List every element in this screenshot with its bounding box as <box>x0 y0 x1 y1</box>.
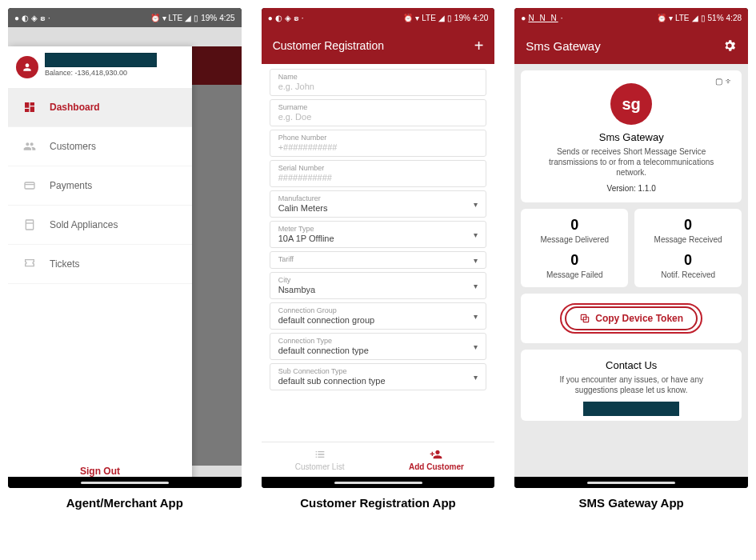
tab-customer-list[interactable]: Customer List <box>262 442 378 477</box>
stat-label: Notif. Received <box>642 270 734 279</box>
wifi-small-icon: ᯤ <box>726 77 734 86</box>
contact-title: Contact Us <box>530 359 732 371</box>
android-nav-bar[interactable] <box>514 477 748 488</box>
payments-icon <box>22 179 37 192</box>
lte-label: LTE <box>169 14 183 22</box>
dashboard-icon <box>22 101 37 114</box>
tariff-select[interactable]: Tariff ▾ <box>270 251 487 269</box>
android-nav-bar[interactable] <box>8 477 242 488</box>
connection-type-select[interactable]: Connection Type default connection type … <box>270 333 487 360</box>
chat-icon: ● <box>521 14 526 22</box>
field-label: Name <box>278 73 478 81</box>
battery-pct: 19% <box>454 14 470 22</box>
stat-received: 0 Message Received <box>642 217 734 244</box>
sidebar-item-dashboard[interactable]: Dashboard <box>8 88 192 127</box>
field-label: Surname <box>278 103 478 111</box>
contact-redacted <box>583 402 679 416</box>
name-field[interactable]: Name e.g. John <box>270 69 487 96</box>
meter-type-select[interactable]: Meter Type 10A 1P Offline ▾ <box>270 221 487 248</box>
signal-icon: ◢ <box>438 14 445 22</box>
chat-icon: ● <box>268 14 273 22</box>
chevron-down-icon: ▾ <box>474 373 478 382</box>
battery-pct: 51% <box>708 14 724 22</box>
person-icon <box>22 62 33 73</box>
n-icons: N N N <box>528 14 558 22</box>
stat-label: Message Delivered <box>529 235 620 244</box>
copy-highlight-ring: Copy Device Token <box>560 303 702 334</box>
manufacturer-select[interactable]: Manufacturer Calin Meters ▾ <box>270 190 487 218</box>
field-value: default connection group <box>278 315 478 325</box>
wifi-icon: ▾ <box>669 14 673 22</box>
field-placeholder: +########### <box>278 142 478 152</box>
caption-sms: SMS Gateway App <box>514 496 748 510</box>
bottom-tabs: Customer List Add Customer <box>262 442 495 477</box>
tab-label: Customer List <box>295 462 345 471</box>
tab-add-customer[interactable]: Add Customer <box>378 442 495 477</box>
caption-registration: Customer Registration App <box>262 496 495 510</box>
customers-icon <box>22 140 37 153</box>
chevron-down-icon: ▾ <box>474 230 478 239</box>
signout-button[interactable]: Sign Out <box>8 454 192 477</box>
field-label: Connection Group <box>278 306 478 314</box>
statusbar: ● ◐ ◈ ຣ · ⏰ ▾ LTE ◢ ▯ 19% 4:25 <box>8 8 242 27</box>
serial-field[interactable]: Serial Number ########### <box>270 160 487 187</box>
field-placeholder: ########### <box>278 173 478 182</box>
sidebar-item-label: Dashboard <box>50 102 100 113</box>
sync-icon: ◈ <box>31 14 38 22</box>
surname-field[interactable]: Surname e.g. Doe <box>270 99 487 126</box>
stat-value: 0 <box>529 252 620 269</box>
stat-value: 0 <box>529 217 620 234</box>
balance-label: Balance: -136,418,930.00 <box>45 69 184 77</box>
phone-field[interactable]: Phone Number +########### <box>270 130 487 157</box>
customer-registration-phone: ● ◐ ◈ ຣ · ⏰ ▾ LTE ◢ ▯ 19% 4:20 Customer … <box>262 8 495 488</box>
s-icon: ຣ <box>40 14 46 22</box>
field-placeholder: e.g. John <box>278 82 478 91</box>
user-name-redacted <box>45 53 157 67</box>
field-value: 10A 1P Offline <box>278 234 478 243</box>
contact-card: Contact Us If you encounter any issues, … <box>521 350 742 421</box>
header-title: Sms Gateway <box>526 39 600 53</box>
city-select[interactable]: City Nsambya ▾ <box>270 272 487 299</box>
signal-icon: ◢ <box>185 14 191 22</box>
android-nav-bar[interactable] <box>262 477 495 488</box>
statusbar: ● ◐ ◈ ຣ · ⏰ ▾ LTE ◢ ▯ 19% 4:20 <box>262 8 495 27</box>
sidebar-item-payments[interactable]: Payments <box>8 166 192 206</box>
battery-icon: ▯ <box>194 14 198 22</box>
user-block: Balance: -136,418,930.00 <box>8 46 192 88</box>
app-version: Version: 1.1.0 <box>530 184 732 193</box>
agent-merchant-phone: ● ◐ ◈ ຣ · ⏰ ▾ LTE ◢ ▯ 19% 4:25 <box>8 8 242 488</box>
contact-description: If you encounter any issues, or have any… <box>530 374 732 395</box>
stat-failed: 0 Message Failed <box>529 252 620 279</box>
field-label: Phone Number <box>278 134 478 142</box>
gear-icon[interactable] <box>722 38 737 53</box>
sidebar-item-customers[interactable]: Customers <box>8 127 192 166</box>
field-label: Manufacturer <box>278 194 478 202</box>
clock: 4:20 <box>473 14 488 22</box>
field-value: Calin Meters <box>278 203 478 213</box>
battery-icon: ▯ <box>701 14 706 22</box>
field-label: Tariff <box>278 255 478 263</box>
sidebar-item-sold-appliances[interactable]: Sold Appliances <box>8 206 192 245</box>
app-logo: sg <box>610 83 652 125</box>
copy-device-token-button[interactable]: Copy Device Token <box>565 306 698 330</box>
add-person-icon <box>430 448 442 461</box>
sidebar-item-tickets[interactable]: Tickets <box>8 245 192 284</box>
sync-icon: ◈ <box>285 14 291 22</box>
field-value: Nsambya <box>278 285 478 294</box>
field-value: default sub connection type <box>278 376 478 386</box>
sub-connection-type-select[interactable]: Sub Connection Type default sub connecti… <box>270 363 487 390</box>
field-label: Meter Type <box>278 225 478 233</box>
app-description: Sends or receives Short Message Service … <box>530 146 732 178</box>
add-icon[interactable]: + <box>474 37 484 55</box>
chevron-down-icon: ▾ <box>474 312 478 321</box>
chevron-down-icon: ▾ <box>474 256 478 265</box>
wifi-icon: ▾ <box>162 14 166 22</box>
lte-label: LTE <box>675 14 690 22</box>
copy-button-label: Copy Device Token <box>595 313 683 324</box>
connection-group-select[interactable]: Connection Group default connection grou… <box>270 302 487 330</box>
nav-drawer: Balance: -136,418,930.00 Dashboard <box>8 46 192 477</box>
alarm-icon: ⏰ <box>403 14 413 22</box>
signal-icon: ◢ <box>692 14 698 22</box>
sidebar-item-label: Tickets <box>50 258 80 270</box>
chevron-down-icon: ▾ <box>474 282 478 290</box>
